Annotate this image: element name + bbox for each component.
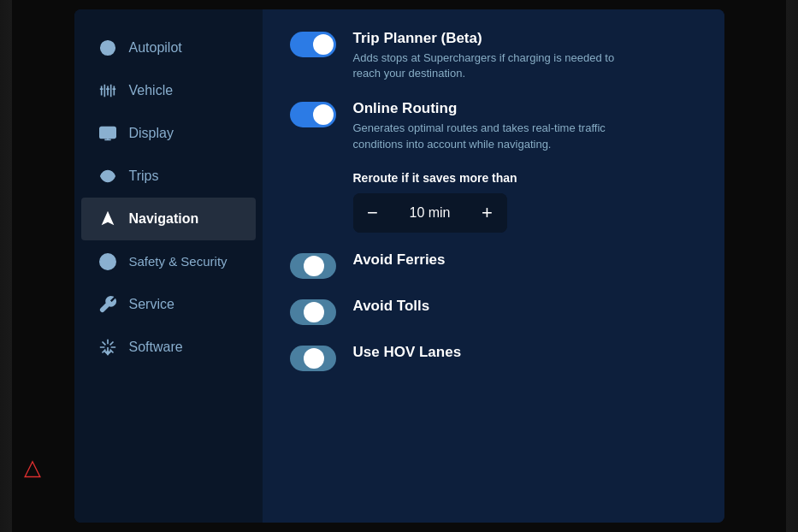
sidebar-item-service-label: Service <box>129 296 174 312</box>
software-icon <box>98 338 117 357</box>
reroute-section: Reroute if it saves more than − 10 min + <box>353 171 697 233</box>
avoid-ferries-label: Avoid Ferries <box>353 251 697 269</box>
hov-lanes-toggle[interactable] <box>290 346 336 371</box>
svg-point-20 <box>107 264 108 265</box>
online-routing-desc: Generates optimal routes and takes real-… <box>353 121 644 151</box>
vehicle-icon <box>98 81 117 100</box>
sidebar-item-autopilot[interactable]: Autopilot <box>81 27 256 69</box>
sidebar-item-navigation[interactable]: Navigation <box>81 198 256 240</box>
sidebar-item-safety-label: Safety & Security <box>129 254 228 269</box>
autopilot-icon <box>98 38 117 57</box>
reroute-label: Reroute if it saves more than <box>353 171 697 185</box>
sidebar-item-service[interactable]: Service <box>81 283 256 326</box>
display-icon <box>98 124 117 143</box>
sidebar-item-vehicle[interactable]: Vehicle <box>81 69 256 112</box>
hov-lanes-label: Use HOV Lanes <box>353 344 697 361</box>
avoid-tolls-setting: Avoid Tolls <box>290 298 697 325</box>
sidebar-item-display-label: Display <box>129 125 174 141</box>
online-routing-title: Online Routing <box>353 100 697 117</box>
sidebar-item-autopilot-label: Autopilot <box>129 39 182 56</box>
avoid-ferries-toggle[interactable] <box>290 253 336 279</box>
sidebar-item-vehicle-label: Vehicle <box>129 82 174 98</box>
sidebar-item-trips-label: Trips <box>129 168 159 184</box>
safety-icon <box>98 252 117 271</box>
sidebar-item-trips[interactable]: Trips <box>81 155 256 198</box>
sidebar-item-software[interactable]: Software <box>81 326 256 369</box>
sidebar-item-software-label: Software <box>129 339 183 355</box>
sidebar-item-navigation-label: Navigation <box>129 210 199 227</box>
trip-planner-toggle[interactable] <box>290 32 336 57</box>
navigation-settings-panel: Trip Planner (Beta) Adds stops at Superc… <box>263 9 724 523</box>
avoid-tolls-label: Avoid Tolls <box>353 298 697 315</box>
alert-icon: △ <box>24 454 41 481</box>
trips-icon <box>98 167 117 186</box>
reroute-decrement-button[interactable]: − <box>353 193 393 233</box>
reroute-stepper: − 10 min + <box>353 193 507 233</box>
sidebar: Autopilot Vehicle <box>74 9 263 523</box>
trip-planner-setting: Trip Planner (Beta) Adds stops at Superc… <box>290 30 697 81</box>
avoid-tolls-toggle[interactable] <box>290 299 336 325</box>
service-icon <box>98 295 117 314</box>
hov-lanes-setting: Use HOV Lanes <box>290 344 697 371</box>
sidebar-item-safety[interactable]: Safety & Security <box>81 240 256 283</box>
trip-planner-title: Trip Planner (Beta) <box>353 30 697 47</box>
reroute-value: 10 min <box>393 205 468 221</box>
navigation-icon <box>98 210 117 228</box>
online-routing-toggle[interactable] <box>290 102 336 127</box>
reroute-increment-button[interactable]: + <box>468 193 507 233</box>
svg-rect-14 <box>99 127 115 139</box>
avoid-ferries-setting: Avoid Ferries <box>290 251 697 279</box>
sidebar-item-display[interactable]: Display <box>81 112 256 155</box>
trip-planner-desc: Adds stops at Superchargers if charging … <box>353 50 644 81</box>
svg-point-1 <box>105 45 110 50</box>
online-routing-setting: Online Routing Generates optimal routes … <box>290 100 697 151</box>
